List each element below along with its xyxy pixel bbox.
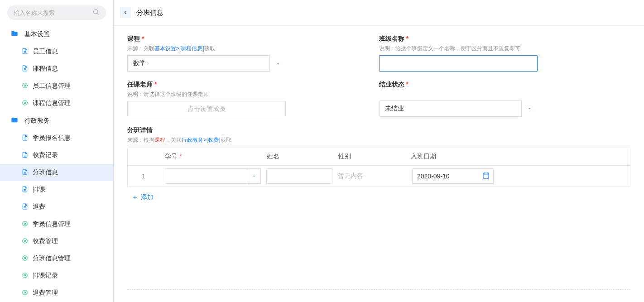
th-name: 姓名 (261, 148, 333, 165)
course-label: 课程 * (127, 35, 379, 43)
field-course: 课程 * 来源：关联基本设置>[课程信息]获取 数学 (127, 35, 379, 72)
nav-item-label: 课程信息管理 (33, 99, 71, 107)
status-select[interactable]: 未结业 (379, 101, 538, 117)
gear-icon (22, 100, 28, 107)
field-status: 结业状态 * 未结业 (379, 81, 631, 117)
nav-item-class-mgmt[interactable]: 分班信息管理 (0, 250, 113, 267)
nav-item-label: 员工信息 (33, 48, 58, 56)
name-input[interactable] (266, 168, 332, 184)
nav-item-course-mgmt[interactable]: 课程信息管理 (0, 95, 113, 112)
nav-item-label: 收费记录 (33, 151, 58, 159)
svg-point-6 (24, 85, 26, 86)
svg-point-8 (24, 102, 26, 104)
svg-point-9 (23, 100, 28, 105)
svg-point-23 (23, 238, 28, 243)
nav-item-label: 学员信息管理 (33, 220, 71, 228)
nav-item-student-signup[interactable]: 学员报名信息 (0, 129, 113, 147)
svg-point-26 (24, 274, 26, 276)
sid-select[interactable] (165, 168, 261, 184)
date-input[interactable]: 2020-09-10 (412, 168, 494, 184)
teacher-label: 任课老师 * (127, 81, 379, 89)
document-icon (22, 134, 28, 142)
svg-point-21 (23, 221, 28, 226)
page-header: 分班信息 (114, 0, 644, 26)
sidebar: 基本设置 员工信息 课程信息 员工信息管理 课程信息管理 行政教务 学员报名信 (0, 0, 114, 302)
document-icon (22, 169, 28, 177)
nav-group-title-basic[interactable]: 基本设置 (0, 25, 113, 43)
chevron-down-icon (247, 169, 260, 183)
course-desc: 来源：关联基本设置>[课程信息]获取 (127, 45, 379, 53)
svg-rect-30 (483, 173, 489, 178)
nav-item-label: 排课 (33, 186, 45, 194)
nav-item-label: 员工信息管理 (33, 82, 71, 90)
nav-group-title-admin[interactable]: 行政教务 (0, 112, 113, 129)
add-row-button[interactable]: 添加 (127, 187, 630, 208)
course-select[interactable]: 数学 (127, 55, 286, 72)
svg-point-27 (23, 273, 28, 278)
nav-group-label: 基本设置 (24, 30, 50, 38)
set-member-button[interactable]: 点击设置成员 (127, 101, 286, 117)
table-header-row: 学号 * 姓名 性别 入班日期 (128, 148, 630, 166)
calendar-icon (482, 172, 490, 181)
nav-item-employee-mgmt[interactable]: 员工信息管理 (0, 77, 113, 95)
search-input[interactable] (7, 5, 106, 20)
th-index (128, 148, 159, 165)
main-content: 分班信息 课程 * 来源：关联基本设置>[课程信息]获取 数学 (114, 0, 644, 302)
gear-icon (22, 221, 28, 228)
nav-item-label: 排课记录 (33, 272, 58, 280)
document-icon (22, 152, 28, 159)
nav-group-admin: 行政教务 学员报名信息 收费记录 分班信息 排课 退费 学员信息管理 收费管理 (0, 112, 113, 302)
nav-item-label: 学员报名信息 (33, 134, 71, 142)
gear-icon (22, 238, 28, 245)
nav-item-course-info[interactable]: 课程信息 (0, 60, 113, 77)
date-value: 2020-09-10 (417, 173, 450, 180)
add-label: 添加 (141, 193, 154, 201)
gear-icon (22, 289, 28, 297)
table-row: 1 暂无内容 (128, 166, 630, 187)
nav-item-label: 退费 (33, 203, 45, 211)
nav-group-basic: 基本设置 员工信息 课程信息 员工信息管理 课程信息管理 (0, 25, 113, 112)
search-box (7, 5, 106, 20)
gear-icon (22, 255, 28, 263)
document-icon (22, 65, 28, 73)
status-select-value: 未结业 (379, 101, 538, 117)
back-button[interactable] (120, 7, 131, 18)
document-icon (22, 203, 28, 211)
nav-item-label: 分班信息 (33, 168, 58, 177)
nav-item-refund[interactable]: 退费 (0, 198, 113, 216)
nav-item-fee-record[interactable]: 收费记录 (0, 147, 113, 164)
teacher-desc: 说明：请选择这个班级的任课老师 (127, 91, 379, 98)
gender-placeholder: 暂无内容 (335, 172, 408, 180)
svg-point-20 (24, 223, 26, 225)
svg-point-24 (24, 257, 26, 259)
nav-item-schedule-record[interactable]: 排课记录 (0, 267, 113, 284)
svg-point-28 (24, 292, 26, 293)
nav-item-label: 收费管理 (33, 237, 58, 245)
gear-icon (22, 82, 28, 90)
nav-item-employee-info[interactable]: 员工信息 (0, 43, 113, 60)
nav-item-fee-mgmt[interactable]: 收费管理 (0, 233, 113, 250)
page-title: 分班信息 (136, 9, 163, 17)
footer-divider (127, 289, 630, 293)
th-sid: 学号 * (159, 148, 261, 165)
detail-table: 学号 * 姓名 性别 入班日期 1 (127, 148, 630, 187)
th-gender: 性别 (333, 148, 405, 165)
form-content: 课程 * 来源：关联基本设置>[课程信息]获取 数学 班级名称 * 说明：给这个… (114, 26, 644, 302)
document-icon (22, 186, 28, 194)
detail-label: 分班详情 (127, 126, 630, 134)
svg-point-22 (24, 240, 26, 242)
nav-item-class-info[interactable]: 分班信息 (0, 164, 113, 181)
row-index: 1 (128, 173, 159, 180)
nav-item-label: 退费管理 (33, 289, 58, 297)
nav-item-schedule[interactable]: 排课 (0, 181, 113, 198)
nav-item-student-mgmt[interactable]: 学员信息管理 (0, 216, 113, 233)
document-icon (22, 48, 28, 56)
field-teacher: 任课老师 * 说明：请选择这个班级的任课老师 点击设置成员 (127, 81, 379, 117)
class-name-input[interactable] (379, 55, 538, 72)
folder-open-icon (11, 116, 18, 125)
nav-item-label: 分班信息管理 (33, 254, 71, 263)
th-date: 入班日期 (405, 148, 489, 165)
nav-item-refund-mgmt[interactable]: 退费管理 (0, 284, 113, 302)
class-name-desc: 说明：给这个班级定义一个名称，便于区分而且不重复即可 (379, 45, 631, 53)
gear-icon (22, 272, 28, 280)
